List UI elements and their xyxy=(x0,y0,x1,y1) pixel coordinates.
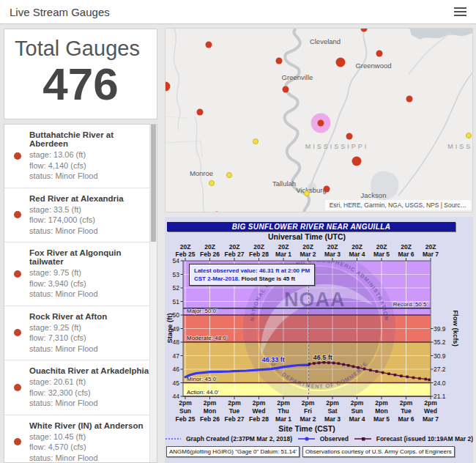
hydrograph-panel: BIG SUNFLOWER RIVER NEAR ANGUILLA Univer… xyxy=(165,217,473,463)
gauge-stage: stage: 9.75 (ft) xyxy=(29,267,149,278)
gauge-dot[interactable] xyxy=(206,42,212,48)
gauge-dot[interactable] xyxy=(209,180,215,186)
gauge-info: Fox River at Algonquin tailwaterstage: 9… xyxy=(29,248,149,300)
gauge-dot[interactable] xyxy=(253,138,259,144)
svg-text:2pm: 2pm xyxy=(424,399,437,407)
list-scrollbar[interactable] xyxy=(149,125,157,462)
list-item[interactable]: Red River at Alexandriastage: 33.5 (ft)f… xyxy=(4,188,157,243)
map-label-monroe: Monroe xyxy=(190,169,213,177)
gauge-status-dot xyxy=(14,384,21,391)
svg-text:2pm: 2pm xyxy=(277,399,290,407)
svg-text:53: 53 xyxy=(173,271,180,278)
svg-text:2pm: 2pm xyxy=(326,399,339,407)
latest-observed-date: CST 2-Mar-2018. xyxy=(194,275,239,282)
map-river-small-left xyxy=(174,29,180,130)
svg-text:Mar 5: Mar 5 xyxy=(373,415,390,423)
svg-text:Record: 50.5': Record: 50.5' xyxy=(393,301,428,308)
svg-text:20Z: 20Z xyxy=(352,243,362,251)
list-item[interactable]: Fox River at Algonquin tailwaterstage: 9… xyxy=(4,242,157,306)
gauge-flow: flow: 32,300 (cfs) xyxy=(29,388,149,399)
gauge-dot[interactable] xyxy=(336,58,346,67)
gauge-stage: stage: 33.5 (ft) xyxy=(29,204,124,215)
gauge-dot[interactable] xyxy=(376,51,383,57)
svg-text:Mar 6: Mar 6 xyxy=(398,415,414,423)
legend-observed: Observed xyxy=(320,435,349,442)
gauge-status: status: Minor Flood xyxy=(29,344,107,355)
svg-text:Feb 26: Feb 26 xyxy=(200,415,220,423)
total-gauges-count: 476 xyxy=(4,61,157,108)
svg-text:20Z: 20Z xyxy=(425,243,436,251)
svg-text:2pm: 2pm xyxy=(351,399,364,407)
map-attribution: Esri, HERE, Garmin, NGA, USGS, NPS | Sou… xyxy=(325,200,471,210)
svg-text:NOAA: NOAA xyxy=(284,289,346,311)
gauge-flow: flow: 4,570 (cfs) xyxy=(29,442,143,453)
gauge-status: status: Minor Flood xyxy=(29,289,149,300)
map-label-mississ: MISSISS xyxy=(447,143,473,150)
gauge-dot[interactable] xyxy=(352,157,362,166)
map-label-vicksburg: Vicksburg xyxy=(296,186,327,194)
svg-text:Moderate: 48.0': Moderate: 48.0' xyxy=(187,335,228,341)
svg-text:Minor: 45.0': Minor: 45.0' xyxy=(187,376,217,382)
selected-gauge-dot[interactable] xyxy=(318,120,324,127)
gauge-status-dot xyxy=(14,329,21,336)
gauge-dot[interactable] xyxy=(276,58,283,64)
svg-text:Wed: Wed xyxy=(424,407,437,415)
svg-text:20Z: 20Z xyxy=(180,243,191,251)
svg-text:Mar 4: Mar 4 xyxy=(349,251,365,258)
svg-text:2pm: 2pm xyxy=(228,399,241,407)
gauge-dot[interactable] xyxy=(283,86,289,93)
svg-text:Action: 44.0': Action: 44.0' xyxy=(187,389,219,396)
map-panel[interactable]: ClevelandGreenwoodGreenvilleMonroeTallul… xyxy=(165,28,473,212)
gauge-name: Rock River at Afton xyxy=(29,312,107,321)
list-item[interactable]: Buttahatchie River at Aberdeenstage: 13.… xyxy=(4,125,157,188)
gauge-dot[interactable] xyxy=(406,96,413,103)
gauge-dot[interactable] xyxy=(226,172,232,178)
gauge-flow: flow: 3,940 (cfs) xyxy=(29,278,149,289)
svg-text:44: 44 xyxy=(173,393,180,400)
latest-observed-value: Latest observed value: 46.31 ft at 2:00 … xyxy=(194,267,310,274)
gauge-stage: stage: 13.06 (ft) xyxy=(29,149,149,160)
gauge-dot[interactable] xyxy=(324,186,330,193)
gauge-info: Ouachita River at Arkadelphiastage: 20.6… xyxy=(29,366,149,409)
svg-text:Fri: Fri xyxy=(304,407,312,415)
svg-text:Mar 2: Mar 2 xyxy=(300,415,316,423)
gauge-name: Ouachita River at Arkadelphia xyxy=(29,366,149,375)
list-item[interactable]: White River (IN) at Andersonstage: 10.45… xyxy=(4,415,157,463)
gauge-stage: stage: 20.61 (ft) xyxy=(29,377,149,388)
gauge-dot[interactable] xyxy=(346,133,353,140)
svg-text:Major: 50.0': Major: 50.0' xyxy=(187,308,217,314)
list-item[interactable]: Rock River at Aftonstage: 9.25 (ft)flow:… xyxy=(4,306,157,361)
legend-graph-created: Graph Created (2:37PM Mar 2, 2018) xyxy=(186,435,292,442)
svg-text:Mar 3: Mar 3 xyxy=(324,251,341,258)
svg-text:45: 45 xyxy=(173,379,180,387)
svg-text:Sun: Sun xyxy=(179,407,191,415)
svg-text:54: 54 xyxy=(173,257,180,264)
map-river-yazoo xyxy=(309,29,367,193)
total-gauges-label: Total Gauges xyxy=(4,29,157,61)
svg-text:2pm: 2pm xyxy=(302,399,315,407)
svg-text:39.9: 39.9 xyxy=(434,325,446,333)
total-gauges-card: Total Gauges 476 xyxy=(4,29,157,119)
scrollbar-thumb[interactable] xyxy=(151,125,156,242)
svg-text:Mar 1: Mar 1 xyxy=(275,251,291,258)
gauge-dot[interactable] xyxy=(304,190,310,196)
svg-text:46.33 ft: 46.33 ft xyxy=(262,356,285,363)
list-item[interactable]: Ouachita River at Arkadelphiastage: 20.6… xyxy=(4,360,157,415)
svg-text:2pm: 2pm xyxy=(375,399,388,407)
gauge-dot[interactable] xyxy=(466,133,472,138)
svg-text:Mar 3: Mar 3 xyxy=(324,415,341,423)
hamburger-menu-icon[interactable] xyxy=(454,2,466,21)
svg-text:Tue: Tue xyxy=(401,407,412,415)
map-label-cleveland: Cleveland xyxy=(310,37,341,45)
gauge-stage: stage: 10.45 (ft) xyxy=(29,431,143,442)
svg-text:2pm: 2pm xyxy=(400,399,413,407)
svg-text:Sat: Sat xyxy=(327,407,337,415)
map-label-greenville: Greenville xyxy=(282,73,313,81)
svg-text:Sun: Sun xyxy=(351,407,362,415)
observed-line-icon xyxy=(297,436,315,442)
svg-text:20Z: 20Z xyxy=(278,243,289,251)
svg-text:Mar 7: Mar 7 xyxy=(423,415,439,423)
svg-text:47: 47 xyxy=(173,352,180,360)
map-river-pearl xyxy=(398,71,473,196)
gauge-dot[interactable] xyxy=(197,109,204,116)
